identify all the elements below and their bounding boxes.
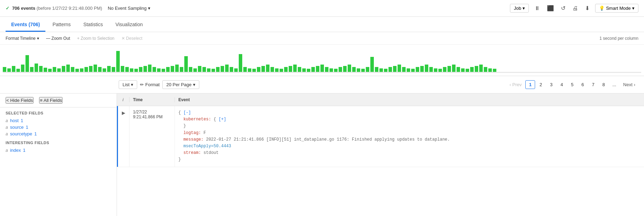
chart-bar[interactable] bbox=[66, 65, 70, 72]
chart-bar[interactable] bbox=[352, 67, 356, 72]
chart-bar[interactable] bbox=[452, 65, 456, 72]
event-expand-bracket[interactable]: [+] bbox=[219, 117, 226, 122]
format-button[interactable]: ✏ Format bbox=[140, 82, 160, 87]
chart-bar[interactable] bbox=[384, 69, 387, 72]
chart-bar[interactable] bbox=[134, 69, 138, 72]
zoom-out-button[interactable]: — Zoom Out bbox=[46, 36, 70, 41]
chart-bar[interactable] bbox=[162, 69, 165, 72]
chart-bar[interactable] bbox=[438, 69, 442, 72]
chart-bar[interactable] bbox=[44, 68, 47, 72]
event-collapse-bracket[interactable]: [-] bbox=[183, 110, 191, 115]
chart-bar[interactable] bbox=[193, 68, 197, 72]
field-index[interactable]: a index 1 bbox=[6, 147, 111, 154]
chart-bar[interactable] bbox=[98, 67, 102, 72]
tab-patterns[interactable]: Patterns bbox=[47, 18, 76, 32]
page-8-button[interactable]: 8 bbox=[599, 80, 608, 89]
chart-bar[interactable] bbox=[180, 67, 183, 72]
chart-bar[interactable] bbox=[21, 65, 24, 72]
page-7-button[interactable]: 7 bbox=[588, 80, 598, 89]
chart-bar[interactable] bbox=[298, 67, 301, 72]
zoom-to-selection-button[interactable]: + Zoom to Selection bbox=[77, 36, 114, 41]
chart-bar[interactable] bbox=[216, 67, 220, 72]
chart-bar[interactable] bbox=[457, 67, 460, 72]
chart-bar[interactable] bbox=[420, 66, 424, 72]
chart-bar[interactable] bbox=[461, 68, 465, 72]
chart-bar[interactable] bbox=[7, 68, 11, 72]
chart-bar[interactable] bbox=[184, 56, 188, 72]
chart-bar[interactable] bbox=[429, 67, 433, 72]
chart-bar[interactable] bbox=[257, 67, 260, 72]
chart-bar[interactable] bbox=[316, 66, 319, 72]
chart-bar[interactable] bbox=[411, 69, 415, 72]
chart-bar[interactable] bbox=[334, 69, 338, 72]
hide-fields-button[interactable]: < Hide Fields bbox=[6, 97, 34, 104]
chart-bar[interactable] bbox=[12, 66, 15, 72]
chart-bar[interactable] bbox=[357, 68, 360, 72]
chart-bar[interactable] bbox=[243, 67, 247, 72]
chart-bar[interactable] bbox=[470, 67, 474, 72]
timeline-chart[interactable] bbox=[0, 45, 644, 76]
chart-bar[interactable] bbox=[57, 68, 61, 72]
chart-bar[interactable] bbox=[425, 65, 428, 72]
chart-bar[interactable] bbox=[25, 55, 29, 72]
chart-bar[interactable] bbox=[230, 67, 233, 72]
chart-bar[interactable] bbox=[348, 65, 351, 72]
chart-bar[interactable] bbox=[239, 54, 242, 72]
chart-bar[interactable] bbox=[484, 67, 487, 72]
smart-mode-button[interactable]: 💡 Smart Mode ▾ bbox=[595, 4, 638, 13]
list-view-button[interactable]: List ▾ bbox=[119, 80, 137, 89]
chart-bar[interactable] bbox=[153, 67, 156, 72]
chart-bar[interactable] bbox=[330, 68, 333, 72]
field-sourcetype[interactable]: a sourcetype 1 bbox=[6, 131, 111, 137]
chart-bar[interactable] bbox=[488, 68, 492, 72]
next-button[interactable]: Next › bbox=[620, 80, 638, 89]
chart-bar[interactable] bbox=[16, 69, 20, 72]
chart-bar[interactable] bbox=[261, 66, 265, 72]
per-page-button[interactable]: 20 Per Page ▾ bbox=[162, 80, 199, 89]
chart-bar[interactable] bbox=[443, 67, 446, 72]
chart-bar[interactable] bbox=[275, 68, 279, 72]
field-host[interactable]: a host 1 bbox=[6, 117, 111, 124]
chart-bar[interactable] bbox=[116, 51, 120, 72]
chart-bar[interactable] bbox=[207, 68, 210, 72]
page-5-button[interactable]: 5 bbox=[567, 80, 577, 89]
chart-bar[interactable] bbox=[103, 68, 106, 72]
chart-bar[interactable] bbox=[280, 69, 283, 72]
page-1-button[interactable]: 1 bbox=[525, 80, 535, 89]
chart-bar[interactable] bbox=[175, 65, 179, 72]
chart-bar[interactable] bbox=[234, 68, 238, 72]
chart-bar[interactable] bbox=[166, 67, 170, 72]
all-fields-button[interactable]: ≡ All Fields bbox=[39, 97, 62, 104]
chart-bar[interactable] bbox=[343, 66, 347, 72]
chart-bar[interactable] bbox=[493, 69, 496, 72]
chart-bar[interactable] bbox=[379, 68, 383, 72]
chart-bar[interactable] bbox=[35, 64, 38, 72]
chart-bar[interactable] bbox=[53, 67, 56, 72]
chart-bar[interactable] bbox=[479, 65, 483, 72]
prev-button[interactable]: ‹ Prev bbox=[506, 80, 525, 89]
page-2-button[interactable]: 2 bbox=[536, 80, 546, 89]
chart-bar[interactable] bbox=[447, 66, 451, 72]
chart-bar[interactable] bbox=[320, 65, 324, 72]
row-expand-button[interactable]: ▶ bbox=[117, 106, 129, 167]
chart-bar[interactable] bbox=[361, 69, 365, 72]
tab-statistics[interactable]: Statistics bbox=[78, 18, 109, 32]
chart-bar[interactable] bbox=[466, 69, 469, 72]
no-event-sampling-dropdown[interactable]: No Event Sampling ▾ bbox=[108, 6, 150, 11]
chart-bar[interactable] bbox=[157, 68, 161, 72]
chart-bar[interactable] bbox=[325, 67, 328, 72]
tab-events[interactable]: Events (706) bbox=[6, 18, 45, 32]
chart-bar[interactable] bbox=[289, 66, 292, 72]
chart-bar[interactable] bbox=[225, 65, 229, 72]
chart-bar[interactable] bbox=[375, 67, 378, 72]
chart-bar[interactable] bbox=[198, 66, 201, 72]
chart-bar[interactable] bbox=[202, 67, 206, 72]
chart-bar[interactable] bbox=[271, 67, 274, 72]
chart-bar[interactable] bbox=[148, 65, 151, 72]
chart-bar[interactable] bbox=[370, 57, 374, 72]
chart-bar[interactable] bbox=[252, 69, 256, 72]
chart-bar[interactable] bbox=[80, 68, 83, 72]
chart-bar[interactable] bbox=[112, 67, 115, 72]
deselect-button[interactable]: ✕ Deselect bbox=[121, 36, 142, 41]
chart-bar[interactable] bbox=[130, 68, 133, 72]
